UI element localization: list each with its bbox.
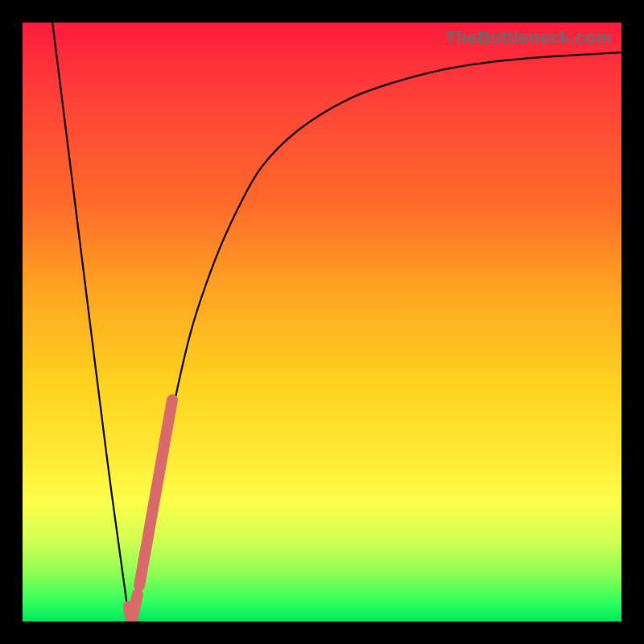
curve-layer [23,23,621,621]
highlight-segment [139,400,172,586]
bottleneck-curve [52,23,621,621]
plot-area: TheBottleneck.com [23,23,621,621]
chart-frame: TheBottleneck.com [0,0,644,644]
hook-at-min [129,595,138,619]
